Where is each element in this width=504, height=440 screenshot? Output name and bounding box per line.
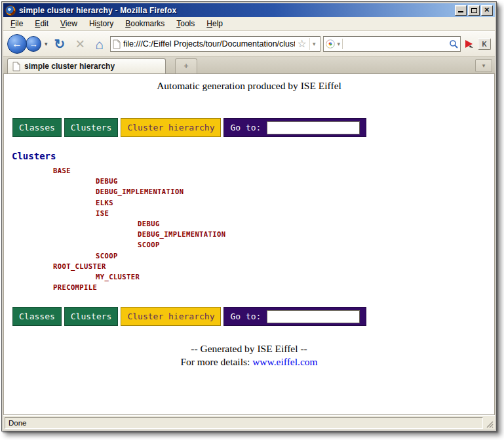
tab-label: simple cluster hierarchy: [24, 62, 115, 71]
browser-window: simple cluster hierarchy - Mozilla Firef…: [1, 1, 497, 431]
menu-bar: File Edit View History Bookmarks Tools H…: [3, 17, 495, 31]
menu-file[interactable]: File: [5, 18, 29, 30]
doc-nav-top: Classes Clusters Cluster hierarchy Go to…: [12, 118, 494, 137]
antivirus-icon[interactable]: [463, 39, 475, 49]
menu-history[interactable]: History: [83, 18, 119, 30]
firefox-icon: [5, 5, 16, 16]
tree-item[interactable]: ISE: [96, 208, 494, 218]
classes-button[interactable]: Classes: [12, 118, 62, 137]
title-bar[interactable]: simple cluster hierarchy - Mozilla Firef…: [3, 3, 495, 17]
forward-arrow-icon: →: [29, 39, 38, 49]
tab-bar: simple cluster hierarchy + ▾: [3, 57, 495, 74]
back-arrow-icon: ←: [12, 38, 22, 50]
goto-input[interactable]: [267, 121, 360, 134]
tab-simple-cluster-hierarchy[interactable]: simple cluster hierarchy: [7, 58, 166, 73]
eiffel-link[interactable]: www.eiffel.com: [252, 356, 317, 367]
classes-button[interactable]: Classes: [12, 307, 62, 326]
search-bar[interactable]: ▾: [323, 36, 461, 52]
tree-item[interactable]: PRECOMPILE: [53, 282, 494, 292]
reload-button[interactable]: ↻: [50, 37, 69, 50]
tree-item[interactable]: ELKS: [96, 197, 494, 208]
cluster-hierarchy-button: Cluster hierarchy: [121, 118, 221, 137]
page-content: Automatic generation produced by ISE Eif…: [3, 74, 495, 415]
menu-tools[interactable]: Tools: [170, 18, 201, 30]
menu-bookmarks[interactable]: Bookmarks: [119, 18, 170, 30]
doc-nav-bottom: Classes Clusters Cluster hierarchy Go to…: [12, 307, 494, 326]
close-icon: ×: [484, 5, 490, 14]
menu-help[interactable]: Help: [201, 18, 229, 30]
tree-item[interactable]: BASE: [53, 165, 494, 176]
tree-item[interactable]: SCOOP: [96, 250, 494, 261]
cluster-tree: BASE DEBUG DEBUG_IMPLEMENTATION ELKS ISE…: [4, 165, 494, 292]
goto-input[interactable]: [267, 310, 360, 323]
goto-label: Go to:: [230, 311, 261, 321]
magnifier-icon[interactable]: [449, 39, 458, 49]
menu-view[interactable]: View: [54, 18, 83, 30]
history-dropdown-button[interactable]: ▾: [45, 41, 48, 47]
tree-item[interactable]: MY_CLUSTER: [96, 271, 494, 282]
forward-button[interactable]: →: [26, 36, 41, 52]
resize-grip[interactable]: [484, 419, 494, 428]
window-title: simple cluster hierarchy - Mozilla Firef…: [19, 6, 455, 15]
goto-label: Go to:: [230, 123, 261, 132]
maximize-button[interactable]: [468, 5, 480, 16]
clusters-heading: Clusters: [12, 151, 494, 161]
url-dropdown-button[interactable]: ▾: [309, 38, 319, 50]
tree-item[interactable]: DEBUG_IMPLEMENTATION: [138, 229, 494, 239]
close-button[interactable]: ×: [481, 5, 493, 16]
more-details-text: For more details:: [180, 356, 252, 367]
status-text: Done: [5, 417, 483, 429]
tree-item[interactable]: DEBUG_IMPLEMENTATION: [96, 186, 494, 197]
goto-box: Go to:: [223, 307, 366, 326]
url-input[interactable]: [123, 39, 295, 49]
navigation-toolbar: ← → ▾ ↻ × ⌂ ☆ ▾ ▾ K: [3, 31, 495, 57]
tree-item[interactable]: ROOT_CLUSTER: [53, 261, 494, 271]
minimize-icon: [458, 7, 463, 12]
doc-footer: -- Generated by ISE Eiffel -- For more d…: [4, 342, 494, 369]
maximize-icon: [471, 8, 477, 13]
clusters-button[interactable]: Clusters: [64, 118, 119, 137]
bookmark-star-icon[interactable]: ☆: [298, 39, 307, 49]
page-title: Automatic generation produced by ISE Eif…: [4, 80, 494, 92]
menu-edit[interactable]: Edit: [29, 18, 54, 30]
home-button[interactable]: ⌂: [91, 37, 107, 51]
tab-list-dropdown-button[interactable]: ▾: [475, 59, 492, 72]
status-bar: Done: [3, 415, 495, 430]
new-tab-button[interactable]: +: [175, 58, 197, 73]
address-bar[interactable]: ☆ ▾: [110, 36, 320, 52]
clusters-button[interactable]: Clusters: [64, 307, 119, 326]
back-button[interactable]: ←: [7, 34, 27, 54]
keyboard-key-icon[interactable]: K: [478, 38, 491, 50]
cluster-hierarchy-button: Cluster hierarchy: [121, 307, 221, 326]
google-icon: [326, 39, 335, 49]
search-input[interactable]: [342, 39, 447, 49]
stop-button: ×: [71, 36, 88, 52]
minimize-button[interactable]: [455, 5, 467, 16]
tree-item[interactable]: SCOOP: [138, 239, 494, 250]
page-icon: [113, 39, 121, 49]
search-engine-dropdown[interactable]: ▾: [337, 41, 340, 47]
tree-item[interactable]: DEBUG: [96, 176, 494, 186]
tab-page-icon: [12, 62, 20, 71]
goto-box: Go to:: [223, 118, 366, 137]
generated-by-text: -- Generated by ISE Eiffel --: [4, 342, 494, 355]
tree-item[interactable]: DEBUG: [138, 218, 494, 229]
